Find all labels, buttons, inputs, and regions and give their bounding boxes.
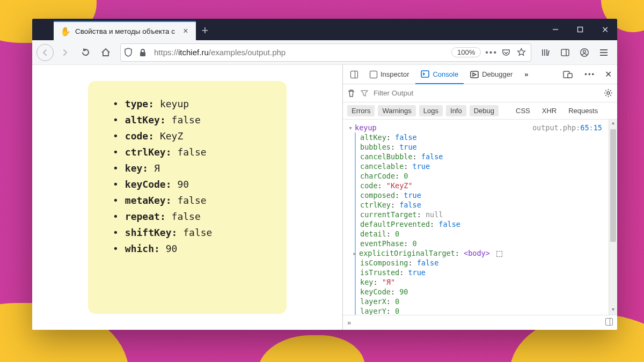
- console-icon: [421, 70, 429, 78]
- scrollbar-thumb[interactable]: [610, 129, 616, 242]
- devtools-tabbar: Inspector Console Debugger » ••• ✕: [343, 65, 617, 84]
- sidebar-icon[interactable]: [556, 43, 574, 62]
- object-property[interactable]: eventPhase: 0: [360, 239, 606, 248]
- object-property[interactable]: ▸explicitOriginalTarget: <body>: [360, 248, 606, 258]
- log-event-name: keyup: [355, 123, 377, 132]
- tab-title: Свойства и методы объекта с: [75, 27, 177, 35]
- console-filter-bar: [343, 84, 617, 102]
- page-content: type: keyupaltKey: falsecode: KeyZctrlKe…: [32, 65, 342, 330]
- scroll-down-icon[interactable]: ▾: [609, 306, 617, 315]
- console-prompt-icon: »: [347, 319, 351, 327]
- menu-button[interactable]: [595, 43, 613, 62]
- bookmark-star-icon[interactable]: [517, 48, 528, 57]
- devtools-menu-icon[interactable]: •••: [579, 65, 601, 84]
- cat-requests[interactable]: Requests: [564, 105, 602, 116]
- svg-point-14: [607, 92, 610, 94]
- devtools-tabs-overflow[interactable]: »: [519, 65, 533, 84]
- tab-spacer: [32, 19, 54, 40]
- object-property[interactable]: layerX: 0: [360, 297, 606, 306]
- cat-warnings[interactable]: Warnings: [378, 105, 415, 116]
- object-property[interactable]: layerY: 0: [360, 306, 606, 315]
- svg-rect-13: [568, 73, 572, 78]
- library-icon[interactable]: [537, 43, 555, 62]
- object-property[interactable]: key: "Я": [360, 277, 606, 287]
- disclosure-triangle-icon[interactable]: ▾: [346, 123, 355, 132]
- output-line: repeat: false: [113, 209, 260, 225]
- home-button[interactable]: [97, 43, 115, 62]
- svg-rect-3: [561, 49, 569, 56]
- toolbar-right: [537, 43, 613, 62]
- window-minimize-button[interactable]: [543, 19, 568, 40]
- object-property[interactable]: currentTarget: null: [360, 210, 606, 219]
- devtools-close-button[interactable]: ✕: [602, 65, 615, 84]
- cat-css[interactable]: CSS: [511, 105, 535, 116]
- scroll-up-icon[interactable]: ▴: [609, 120, 617, 128]
- devtools-tab-inspector[interactable]: Inspector: [364, 65, 414, 84]
- new-tab-button[interactable]: +: [196, 21, 214, 40]
- url-text: https://itchief.ru/examples/output.php: [154, 48, 447, 57]
- browser-window: ✋ Свойства и методы объекта с × + ✕ http…: [32, 19, 617, 330]
- iframe-picker-icon: [350, 71, 358, 78]
- scrollbar[interactable]: ▴ ▾: [609, 120, 617, 315]
- devtools-iframe-picker[interactable]: [345, 65, 363, 84]
- object-property[interactable]: composed: true: [360, 190, 606, 200]
- object-property[interactable]: keyCode: 90: [360, 287, 606, 297]
- devtools-tab-debugger[interactable]: Debugger: [465, 65, 518, 84]
- favicon-icon: ✋: [60, 26, 71, 36]
- object-property[interactable]: isComposing: false: [360, 258, 606, 268]
- svg-rect-2: [140, 52, 145, 56]
- devtools-panel: Inspector Console Debugger » ••• ✕ Error…: [342, 65, 617, 330]
- zoom-level[interactable]: 100%: [451, 47, 481, 57]
- window-maximize-button[interactable]: [568, 19, 592, 40]
- page-actions-button[interactable]: •••: [485, 48, 497, 57]
- cat-xhr[interactable]: XHR: [538, 105, 561, 116]
- log-source-location[interactable]: output.php:65:15: [532, 123, 606, 132]
- object-property[interactable]: charCode: 0: [360, 171, 606, 181]
- object-property[interactable]: ctrlKey: false: [360, 200, 606, 210]
- devtools-tab-console[interactable]: Console: [415, 65, 464, 84]
- inspector-icon: [370, 71, 377, 78]
- nav-toolbar: https://itchief.ru/examples/output.php 1…: [32, 40, 617, 65]
- cat-info[interactable]: Info: [446, 105, 466, 116]
- object-property[interactable]: detail: 0: [360, 229, 606, 239]
- object-property[interactable]: defaultPrevented: false: [360, 219, 606, 229]
- reload-button[interactable]: [76, 43, 94, 62]
- output-line: which: 90: [113, 241, 260, 257]
- console-input-bar[interactable]: »: [343, 315, 617, 330]
- object-property[interactable]: cancelBubble: false: [360, 152, 606, 161]
- window-controls: ✕: [543, 19, 617, 40]
- object-property[interactable]: altKey: false: [360, 132, 606, 142]
- shield-icon[interactable]: [124, 48, 135, 57]
- cat-logs[interactable]: Logs: [419, 105, 443, 116]
- object-property[interactable]: cancelable: true: [360, 161, 606, 171]
- cat-debug[interactable]: Debug: [470, 105, 499, 116]
- browser-tab[interactable]: ✋ Свойства и методы объекта с ×: [54, 21, 196, 40]
- filter-icon: [361, 90, 368, 97]
- console-output[interactable]: ▾ keyup output.php:65:15 altKey: falsebu…: [343, 120, 609, 315]
- split-console-icon[interactable]: [605, 318, 613, 327]
- output-line: altKey: false: [113, 112, 260, 128]
- tab-close-button[interactable]: ×: [181, 27, 191, 35]
- devtools-responsive-icon[interactable]: [558, 65, 578, 84]
- output-line: shiftKey: false: [113, 225, 260, 241]
- console-settings-button[interactable]: [604, 88, 613, 98]
- clear-console-button[interactable]: [347, 89, 355, 98]
- svg-point-6: [583, 50, 586, 53]
- forward-button[interactable]: [56, 43, 74, 62]
- account-icon[interactable]: [575, 43, 594, 62]
- address-bar[interactable]: https://itchief.ru/examples/output.php 1…: [120, 43, 531, 62]
- lock-icon[interactable]: [139, 48, 150, 57]
- output-line: code: KeyZ: [113, 128, 260, 144]
- object-property[interactable]: isTrusted: true: [360, 268, 606, 277]
- object-property[interactable]: code: "KeyZ": [360, 181, 606, 190]
- filter-input[interactable]: [374, 89, 598, 97]
- svg-rect-11: [471, 71, 478, 78]
- object-property[interactable]: bubbles: true: [360, 142, 606, 152]
- pocket-icon[interactable]: [502, 48, 513, 57]
- output-panel: type: keyupaltKey: falsecode: KeyZctrlKe…: [88, 81, 287, 314]
- back-button[interactable]: [36, 44, 54, 61]
- svg-rect-1: [578, 27, 583, 32]
- cat-errors[interactable]: Errors: [347, 105, 375, 116]
- window-close-button[interactable]: ✕: [592, 19, 617, 40]
- output-line: key: Я: [113, 160, 260, 176]
